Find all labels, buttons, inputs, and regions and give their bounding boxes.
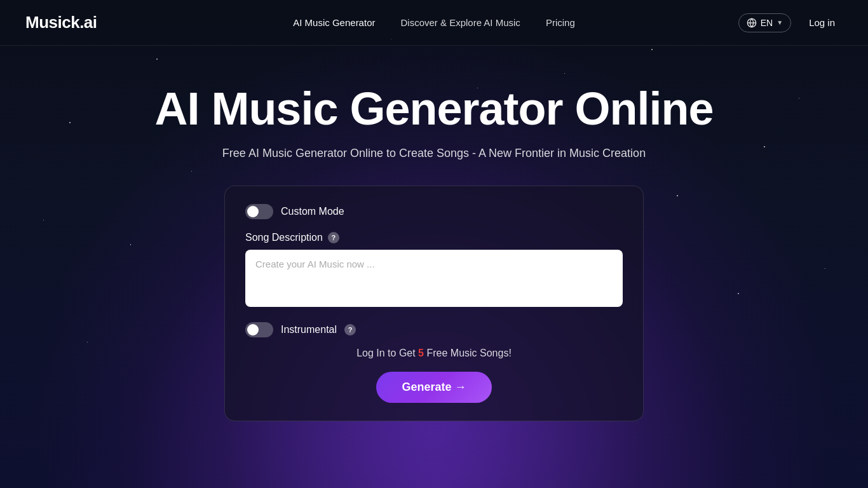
toggle-thumb	[247, 206, 259, 217]
instrumental-help-icon[interactable]: ?	[344, 324, 356, 336]
generate-button[interactable]: Generate →	[376, 372, 491, 403]
main-nav: AI Music Generator Discover & Explore AI…	[293, 17, 574, 28]
nav-item-pricing[interactable]: Pricing	[546, 17, 575, 28]
custom-mode-row: Custom Mode	[245, 204, 623, 219]
song-description-label: Song Description ?	[245, 232, 623, 243]
language-selector[interactable]: EN ▼	[738, 13, 791, 32]
nav-item-ai-music-generator[interactable]: AI Music Generator	[293, 17, 375, 28]
free-songs-number: 5	[418, 348, 424, 358]
language-code: EN	[761, 18, 773, 28]
header: Musick.ai AI Music Generator Discover & …	[0, 0, 868, 46]
generate-button-label: Generate →	[402, 381, 466, 394]
hero-subtitle: Free AI Music Generator Online to Create…	[222, 147, 646, 160]
song-description-input[interactable]	[245, 250, 623, 307]
instrumental-toggle-thumb	[247, 324, 259, 336]
instrumental-label: Instrumental	[281, 324, 337, 336]
instrumental-row: Instrumental ?	[245, 322, 623, 337]
header-right: EN ▼ Log in	[738, 13, 843, 32]
generator-card: Custom Mode Song Description ? Instrumen…	[224, 186, 644, 421]
song-description-help-icon[interactable]: ?	[328, 232, 339, 243]
instrumental-toggle[interactable]	[245, 322, 273, 337]
custom-mode-toggle[interactable]	[245, 204, 273, 219]
custom-mode-label: Custom Mode	[281, 206, 344, 217]
main-content: AI Music Generator Online Free AI Music …	[0, 46, 868, 421]
chevron-down-icon: ▼	[776, 19, 783, 26]
hero-title: AI Music Generator Online	[154, 84, 713, 134]
globe-icon	[747, 18, 757, 28]
nav-item-discover-explore[interactable]: Discover & Explore AI Music	[400, 17, 520, 28]
login-button[interactable]: Log in	[801, 13, 843, 32]
free-songs-text: Log In to Get 5 Free Music Songs!	[245, 348, 623, 359]
logo[interactable]: Musick.ai	[25, 13, 97, 32]
